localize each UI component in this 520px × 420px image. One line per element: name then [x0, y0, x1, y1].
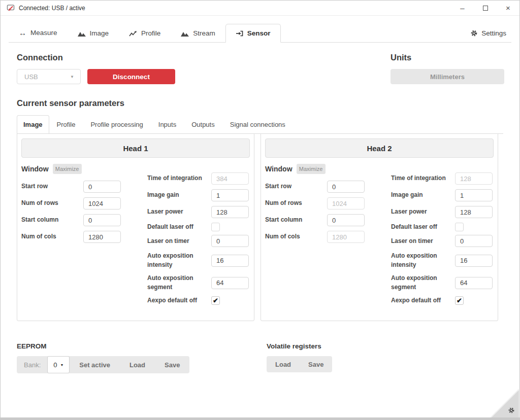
- subtab-outputs[interactable]: Outputs: [184, 115, 222, 134]
- auto-exposition-segment-label: Auto exposition segment: [147, 274, 211, 292]
- units-toggle-button[interactable]: Millimeters: [391, 69, 504, 84]
- subtab-profile-processing[interactable]: Profile processing: [83, 115, 150, 134]
- head-panels: Head 1 Window Maximize Start row Num of …: [17, 133, 498, 321]
- laser-power-input-head1[interactable]: [211, 206, 249, 218]
- head2-window-row: Window Maximize: [265, 164, 369, 174]
- auto-exposition-segment-label: Auto exposition segment: [391, 274, 455, 292]
- laser-on-timer-input-head2[interactable]: [455, 235, 493, 247]
- field-row: Auto exposition intensity: [391, 252, 494, 269]
- head1-window-column: Window Maximize Start row Num of rows St…: [21, 160, 125, 308]
- laser-power-input-head2[interactable]: [455, 206, 493, 218]
- num-rows-input-head2: [327, 197, 365, 209]
- tab-label: Sensor: [247, 29, 271, 37]
- auto-exposition-intensity-input-head1[interactable]: [211, 255, 249, 267]
- check-icon: ✔: [213, 297, 218, 304]
- start-column-label: Start column: [265, 216, 327, 224]
- field-row: Auto exposition segment: [391, 274, 494, 292]
- maximize-button[interactable]: [474, 1, 497, 16]
- caret-down-icon: ▼: [60, 363, 63, 367]
- corner-gear-button[interactable]: [508, 407, 515, 414]
- time-of-integration-input-head2: [455, 172, 493, 185]
- disconnect-button[interactable]: Disconnect: [87, 69, 175, 84]
- field-row: Default laser off: [391, 223, 494, 231]
- field-row: Start column: [265, 214, 369, 226]
- default-laser-off-checkbox-head2[interactable]: [455, 223, 464, 231]
- set-active-button[interactable]: Set active: [70, 356, 120, 373]
- laser-on-timer-input-head1[interactable]: [211, 235, 249, 247]
- settings-button[interactable]: Settings: [465, 24, 511, 42]
- connection-section: Connection USB ▼ Disconnect: [17, 53, 391, 84]
- time-of-integration-label: Time of integration: [391, 174, 455, 183]
- aexpo-default-off-label: Aexpo default off: [391, 296, 455, 305]
- tab-profile[interactable]: Profile: [119, 24, 171, 43]
- gear-icon: [508, 407, 515, 414]
- connection-units-row: Connection USB ▼ Disconnect Units Millim…: [17, 53, 504, 84]
- field-row: Num of rows: [265, 197, 369, 209]
- field-row: Image gain: [391, 189, 494, 201]
- field-row: Auto exposition intensity: [147, 252, 250, 269]
- field-row: Time of integration: [147, 172, 250, 185]
- tab-label: Profile: [141, 29, 160, 37]
- tab-sensor[interactable]: Sensor: [225, 24, 281, 43]
- subtab-image[interactable]: Image: [17, 115, 49, 134]
- bank-select[interactable]: 0 ▼: [47, 356, 70, 373]
- auto-exposition-segment-input-head2[interactable]: [455, 277, 493, 289]
- auto-exposition-segment-input-head1[interactable]: [211, 277, 249, 289]
- subtab-profile[interactable]: Profile: [49, 115, 83, 134]
- num-cols-input-head1[interactable]: [83, 231, 121, 243]
- field-row: Num of cols: [265, 231, 369, 243]
- volatile-registers-section: Volatile registers Load Save: [267, 342, 332, 373]
- field-row: Aexpo default off ✔: [147, 296, 250, 305]
- num-rows-input-head1[interactable]: [83, 197, 121, 209]
- aexpo-default-off-checkbox-head2[interactable]: ✔: [455, 296, 464, 305]
- parameters-subtabs: Image Profile Profile processing Inputs …: [17, 115, 503, 134]
- app-icon: [7, 5, 15, 12]
- check-icon: ✔: [457, 297, 462, 304]
- bottom-row: EEPROM Bank: 0 ▼ Set active Load Save Vo…: [17, 342, 503, 373]
- settings-label: Settings: [481, 29, 506, 37]
- start-row-input-head1[interactable]: [83, 181, 121, 193]
- start-column-input-head2[interactable]: [327, 214, 365, 226]
- field-row: Num of cols: [21, 231, 125, 243]
- start-column-input-head1[interactable]: [83, 214, 121, 226]
- field-row: Num of rows: [21, 197, 125, 209]
- auto-exposition-intensity-input-head2[interactable]: [455, 255, 493, 267]
- image-icon: [78, 30, 86, 37]
- titlebar: Connected: USB / active – ×: [1, 1, 519, 16]
- image-gain-input-head1[interactable]: [211, 189, 249, 201]
- head1-panel: Head 1 Window Maximize Start row Num of …: [17, 133, 254, 321]
- minimize-button[interactable]: –: [451, 1, 474, 16]
- head2-window-column: Window Maximize Start row Num of rows St…: [265, 160, 369, 308]
- connection-type-select[interactable]: USB ▼: [17, 69, 81, 84]
- subtab-inputs[interactable]: Inputs: [151, 115, 184, 134]
- image-gain-input-head2[interactable]: [455, 189, 493, 201]
- maximize-window-button-head2[interactable]: Maximize: [297, 164, 326, 174]
- start-row-label: Start row: [21, 182, 83, 191]
- volatile-save-button[interactable]: Save: [300, 356, 332, 372]
- units-heading: Units: [391, 53, 504, 62]
- parameters-heading: Current sensor parameters: [17, 98, 503, 108]
- auto-exposition-intensity-label: Auto exposition intensity: [391, 252, 455, 269]
- tab-image[interactable]: Image: [68, 24, 119, 43]
- volatile-load-button[interactable]: Load: [267, 356, 300, 372]
- time-of-integration-input-head1: [211, 172, 249, 185]
- start-row-input-head2[interactable]: [327, 181, 365, 193]
- maximize-window-button-head1[interactable]: Maximize: [53, 164, 82, 174]
- start-row-label: Start row: [265, 182, 327, 191]
- tab-measure[interactable]: ↔ Measure: [9, 23, 68, 43]
- close-button[interactable]: ×: [497, 1, 519, 16]
- eeprom-load-button[interactable]: Load: [120, 356, 155, 373]
- connection-heading: Connection: [17, 53, 391, 62]
- subtab-signal-connections[interactable]: Signal connections: [222, 115, 293, 134]
- connection-type-value: USB: [24, 73, 38, 81]
- head2-body: Window Maximize Start row Num of rows St…: [261, 158, 498, 308]
- tab-stream[interactable]: Stream: [171, 24, 225, 43]
- aexpo-default-off-checkbox-head1[interactable]: ✔: [211, 296, 220, 305]
- image-gain-label: Image gain: [391, 191, 455, 199]
- arrows-horizontal-icon: ↔: [19, 28, 26, 37]
- eeprom-save-button[interactable]: Save: [155, 356, 189, 373]
- aexpo-default-off-label: Aexpo default off: [147, 296, 211, 305]
- eeprom-heading: EEPROM: [17, 342, 267, 350]
- default-laser-off-checkbox-head1[interactable]: [211, 223, 220, 231]
- auto-exposition-intensity-label: Auto exposition intensity: [147, 252, 211, 269]
